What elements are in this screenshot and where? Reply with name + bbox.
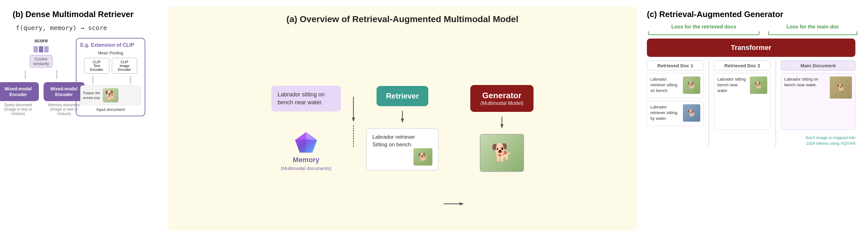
score-bars [33,46,49,53]
loss-brace-container: Loss for the retrieved docs Loss for the… [647,24,856,35]
loss-retrieved-label: Loss for the retrieved docs [671,24,736,30]
doc2-content: Labrador sitting bench near water 🐕 [714,73,771,130]
gen-down-arrow [496,117,508,129]
svg-marker-16 [500,124,503,128]
left-arrows-svg [346,93,361,150]
section-a-title: (a) Overview of Retrieval-Augmented Mult… [179,14,626,24]
main-image: 🐕 [830,77,852,98]
doc-col-2: Retrieved Doc 2 Labrador sitting bench n… [714,61,771,146]
generator-flow: Generator (Multimodal Model) 🐕 [470,85,533,172]
divider-2 [775,61,776,146]
transformer-box: Transformer [647,38,856,57]
main-content: Labrador sitting on bench near water. 🐕 [781,73,856,130]
generator-title: Generator [478,91,526,100]
retriever-box: Retriever [376,86,428,106]
doc-col-1: Retrieved Doc 1 Labrador retriever sitti… [647,61,704,146]
retriever-down-arrow [396,111,409,123]
doc-col-main: Main Document Labrador sitting on bench … [781,61,856,146]
encoder-boxes: Mixed-modal Encoder Query document(image… [0,82,85,116]
encoder-1: Mixed-modal Encoder [0,82,39,101]
eg-label: E.g. Extension of CLIP [80,42,141,48]
section-b-title: (b) Dense Multimodal Retriever [12,9,158,19]
section-c: (c) Retrieval-Augmented Generator Loss f… [644,6,859,231]
svg-marker-6 [295,139,306,153]
score-bar-2 [39,46,43,53]
section-c-title: (c) Retrieval-Augmented Generator [647,9,856,19]
svg-marker-12 [401,119,404,123]
main-header: Main Document [781,61,856,70]
loss-main-label: Loss for the main doc [786,24,839,30]
generator-sub: (Multimodal Model) [478,100,526,106]
query-box: Labrador sitting on bench near water. [271,86,341,112]
score-bar-1 [33,46,38,53]
generator-box: Generator (Multimodal Model) [470,85,533,112]
input-dog-image: 🐕 [103,88,119,102]
clip-text-box: CLIPText Encoder [84,58,109,73]
doc1-content-2: Labrador retriever sitting by water. 🐕 [647,101,704,126]
left-flow: Labrador sitting on bench near water. [271,86,341,171]
input-doc-label: Input document [80,107,141,112]
query-doc-label: Query document(image or text or mixture) [0,103,39,116]
svg-marker-14 [460,202,464,205]
clip-connector-svg [80,76,144,84]
main-text: Labrador sitting on bench near water. [784,77,827,88]
score-bar-3 [44,46,49,53]
memory-sub: (Multimodal documents) [281,166,331,171]
retriever-diagram: score Cosinesimilarity Mixed-mod [12,38,158,116]
clip-diagram: E.g. Extension of CLIP Mean Pooling CLIP… [76,38,145,116]
input-doc-text: Pepper theaussie pup [83,91,100,100]
doc1-header: Retrieved Doc 1 [647,61,704,70]
clip-boxes: CLIPText Encoder CLIPImage Encoder [80,58,141,73]
section-b: (b) Dense Multimodal Retriever f(query, … [9,6,161,231]
svg-marker-5 [306,132,317,140]
doc1-image-1: 🐕 [683,77,700,94]
retriever-flow: Retriever Labrador retriever Sitting on … [366,86,439,171]
connector-svg [9,70,73,80]
formula: f(query, memory) → score [16,24,158,32]
note-text: Each image is mapped into 1024 tokens us… [781,135,856,146]
input-doc-area: Pepper theaussie pup 🐕 [80,85,141,105]
svg-marker-9 [352,118,355,122]
memory-label: Memory [293,156,319,164]
clip-image-box: CLIPImage Encoder [112,58,137,73]
output-dog-image: 🐕 [480,134,524,172]
doc2-header: Retrieved Doc 2 [714,61,771,70]
left-diagram: score Cosinesimilarity Mixed-mod [12,38,69,116]
doc1-image-2: 🐕 [683,104,700,122]
result-box: Labrador retriever Sitting on bench. 🐕 [366,128,439,171]
result-to-gen-arrow [443,194,466,213]
doc1-text-1: Labrador retriever sitting on bench. [650,77,680,94]
doc1-text-2: Labrador retriever sitting by water. [650,104,680,122]
cosine-box: Cosinesimilarity [30,55,53,68]
main-group: Loss for the main doc [767,24,859,35]
doc2-text: Labrador sitting bench near water [717,77,747,94]
overview-flow: Labrador sitting on bench near water. [179,34,626,223]
brace-svg-retrieved [647,30,761,35]
gem-icon [293,130,319,154]
divider-1 [709,61,709,146]
doc2-image: 🐕 [750,77,767,94]
brace-svg-main [767,30,859,35]
section-a: (a) Overview of Retrieval-Augmented Mult… [167,6,638,231]
svg-marker-7 [306,139,317,153]
main-container: (b) Dense Multimodal Retriever f(query, … [0,0,868,237]
retrieved-group: Loss for the retrieved docs [647,24,761,35]
score-label: score [34,38,48,43]
mean-pooling: Mean Pooling [80,51,141,55]
memory-gem: Memory (Multimodal documents) [281,130,331,171]
doc1-content-1: Labrador retriever sitting on bench. 🐕 [647,73,704,98]
doc-columns: Retrieved Doc 1 Labrador retriever sitti… [647,61,856,146]
